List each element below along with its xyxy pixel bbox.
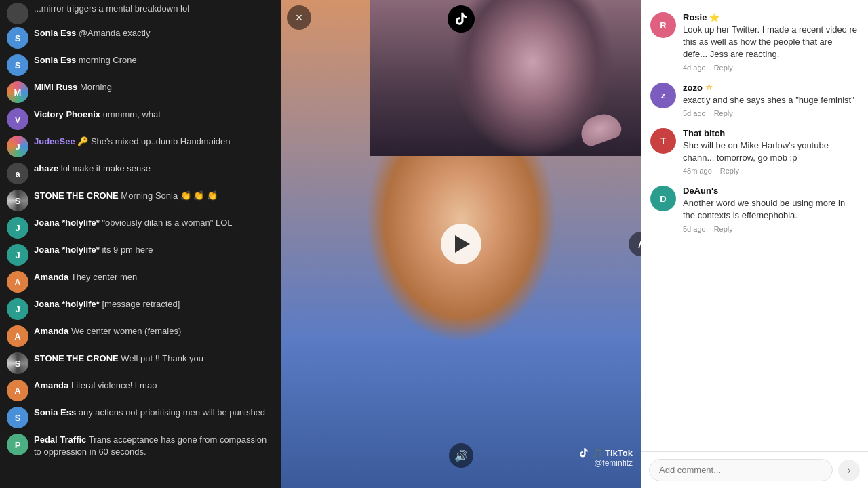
comment-avatar: D — [650, 186, 676, 211]
chat-text: lol make it make sense — [61, 163, 151, 174]
comment-time: 4d ago — [683, 64, 706, 72]
comment-body: That bitch She will be on Mike Harlow's … — [683, 128, 859, 175]
comment-username: zozo☆ — [683, 83, 859, 93]
comment-text: Look up her Twitter. I made a recent vid… — [683, 24, 859, 61]
cut-off-avatar — [7, 3, 28, 24]
comment-time: 5d ago — [683, 109, 706, 117]
chat-content: Victory Phoenix ummmm, what — [34, 108, 275, 121]
comment-avatar: z — [650, 83, 676, 108]
chat-username: Victory Phoenix — [34, 109, 100, 119]
chat-avatar: A — [7, 325, 28, 347]
chat-text: Morning Sonia 👏 👏 👏 — [121, 190, 218, 201]
close-button[interactable]: × — [287, 5, 311, 30]
chat-avatar: J — [7, 244, 28, 266]
comment-meta: 4d ago Reply — [683, 64, 859, 72]
chat-message: S STONE THE CRONE Well put !! Thank you — [0, 350, 281, 377]
chat-username: Joana *holylife* — [34, 299, 100, 309]
comment-text: She will be on Mike Harlow's youtube cha… — [683, 140, 859, 164]
chat-message: V Victory Phoenix ummmm, what — [0, 106, 281, 133]
sound-button[interactable]: 🔊 — [449, 443, 473, 468]
chat-avatar: J — [7, 298, 28, 320]
comment-text: exactly and she says shes a "huge femini… — [683, 94, 859, 106]
chat-avatar: M — [7, 81, 28, 103]
comment-meta: 48m ago Reply — [683, 167, 859, 175]
chat-username: Amanda — [34, 326, 68, 336]
chat-message: S Sonia Ess @Amanda exactly — [0, 24, 281, 52]
chat-avatar: S — [7, 352, 28, 374]
chat-message: P Pedal Traffic Trans acceptance has gon… — [0, 431, 281, 461]
comments-list: R Rosie⭐ Look up her Twitter. I made a r… — [641, 0, 868, 451]
chat-avatar: A — [7, 380, 28, 401]
chat-message: J Joana *holylife* [message retracted] — [0, 296, 281, 323]
play-button[interactable] — [441, 224, 481, 264]
chat-text: any actions not prioritising men will be… — [79, 407, 265, 418]
chat-panel: ...mirror triggers a mental breakdown lo… — [0, 0, 281, 488]
comment-star: ⭐ — [709, 13, 719, 22]
chat-text: @Amanda exactly — [79, 28, 151, 38]
reply-button[interactable]: Reply — [714, 225, 733, 233]
cut-off-message: ...mirror triggers a mental breakdown lo… — [0, 0, 281, 24]
comment-star: ☆ — [705, 83, 713, 92]
comment-avatar: R — [650, 12, 676, 38]
chat-avatar: S — [7, 54, 28, 76]
chat-text: Morning — [80, 82, 112, 92]
tiktok-video-container[interactable]: × 🎵 TikTok @feminfitz 🔊 ∧ — [281, 0, 641, 488]
chat-message: J Joana *holylife* its 9 pm here — [0, 241, 281, 268]
chat-content: Joana *holylife* [message retracted] — [34, 298, 275, 310]
chat-content: Amanda We center women (females) — [34, 325, 275, 338]
comments-panel: R Rosie⭐ Look up her Twitter. I made a r… — [641, 0, 868, 488]
comment-send-button[interactable]: › — [838, 460, 860, 481]
reply-button[interactable]: Reply — [714, 64, 733, 72]
chat-content: Amanda They center men — [34, 271, 275, 283]
comment-username: DeAun's — [683, 186, 859, 196]
chat-message: S Sonia Ess any actions not prioritising… — [0, 404, 281, 431]
chat-username: Joana *holylife* — [34, 218, 100, 228]
chat-avatar: P — [7, 434, 28, 455]
chat-text: morning Crone — [79, 55, 137, 65]
reply-button[interactable]: Reply — [720, 167, 739, 175]
chat-username: Sonia Ess — [34, 28, 76, 38]
chat-content: Sonia Ess any actions not prioritising m… — [34, 407, 275, 419]
chat-messages-list: S Sonia Ess @Amanda exactly S Sonia Ess … — [0, 24, 281, 461]
webcam-overlay — [370, 0, 641, 156]
chat-text: Well put !! Thank you — [121, 353, 203, 363]
comment-username: That bitch — [683, 128, 859, 138]
tiktok-handle: @feminfitz — [578, 458, 633, 468]
scroll-up-icon: ∧ — [637, 237, 642, 251]
send-icon: › — [847, 464, 850, 476]
chat-message: S Sonia Ess morning Crone — [0, 52, 281, 79]
comment-username: Rosie⭐ — [683, 12, 859, 22]
comment-item: D DeAun's Another word we should be usin… — [641, 180, 868, 238]
watermark-brand: 🎵 TikTok — [578, 447, 633, 458]
chat-username: STONE THE CRONE — [34, 190, 119, 201]
chat-content: Joana *holylife* "obviously dilan is a w… — [34, 217, 275, 229]
video-area: × 🎵 TikTok @feminfitz 🔊 ∧ — [281, 0, 641, 488]
comment-input[interactable] — [649, 459, 833, 481]
comment-item: T That bitch She will be on Mike Harlow'… — [641, 123, 868, 180]
chat-content: STONE THE CRONE Morning Sonia 👏 👏 👏 — [34, 190, 275, 202]
comment-body: Rosie⭐ Look up her Twitter. I made a rec… — [683, 12, 859, 72]
comment-avatar: T — [650, 128, 676, 154]
chat-message: A Amanda Literal violence! Lmao — [0, 377, 281, 404]
comment-text: Another word we should be using more in … — [683, 197, 859, 222]
chat-text: ummmm, what — [103, 109, 161, 119]
chat-content: JudeeSee 🔑 She's mixed up..dumb Handmaid… — [34, 136, 275, 148]
comment-item: R Rosie⭐ Look up her Twitter. I made a r… — [641, 7, 868, 77]
comment-time: 48m ago — [683, 167, 712, 175]
reply-button[interactable]: Reply — [714, 109, 733, 117]
chat-content: Sonia Ess morning Crone — [34, 54, 275, 66]
chat-avatar: J — [7, 136, 28, 157]
comment-body: DeAun's Another word we should be using … — [683, 186, 859, 232]
sound-icon: 🔊 — [454, 449, 468, 462]
chat-text: "obviously dilan is a woman" LOL — [102, 218, 232, 228]
chat-username: Pedal Traffic — [34, 434, 86, 445]
chat-avatar: a — [7, 163, 28, 184]
chat-message: a ahaze lol make it make sense — [0, 160, 281, 187]
chat-username: MiMi Russ — [34, 82, 77, 92]
chat-username: ahaze — [34, 163, 58, 174]
tiktok-watermark: 🎵 TikTok @feminfitz — [578, 447, 633, 468]
chat-content: Pedal Traffic Trans acceptance has gone … — [34, 434, 275, 458]
chat-text: We center women (females) — [71, 326, 181, 336]
chat-avatar: A — [7, 271, 28, 293]
chat-avatar: J — [7, 217, 28, 239]
